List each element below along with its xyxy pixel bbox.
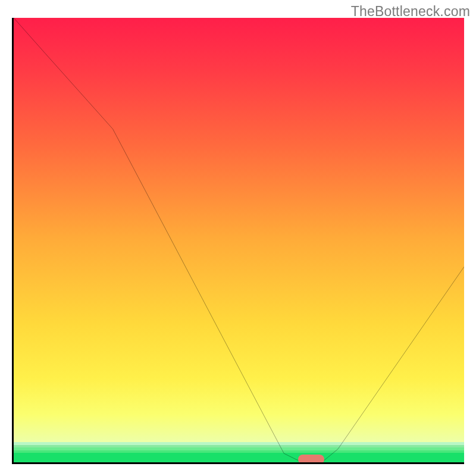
gradient-red-to-yellow — [14, 18, 464, 442]
green-band-5 — [14, 453, 464, 462]
optimal-point-marker — [298, 455, 324, 464]
chart-plot-area — [12, 18, 464, 464]
watermark-text: TheBottleneck.com — [351, 4, 470, 20]
chart-background — [14, 18, 464, 462]
chart-container: TheBottleneck.com — [0, 0, 476, 476]
